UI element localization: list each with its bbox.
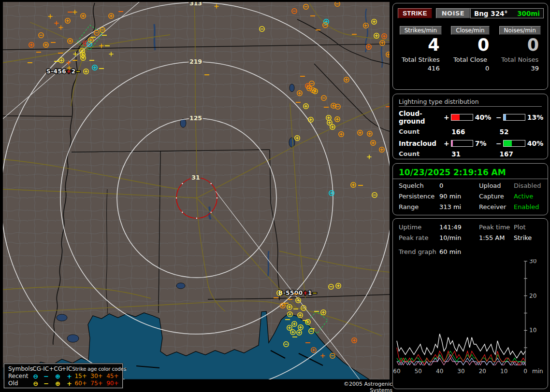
cell-label-S-456: S-456+2− — [46, 68, 81, 75]
rate-column: Close/min0Total Close0 — [446, 26, 495, 72]
total-value: 39 — [495, 65, 545, 72]
distribution-rows: Cloud-ground+40%−13%Count16652Intracloud… — [393, 110, 548, 158]
trend-ytick: 20 — [529, 293, 536, 299]
grid-cell: Range — [399, 203, 439, 210]
rate-value: 0 — [495, 35, 545, 55]
legend-col--IC: -IC — [41, 365, 49, 373]
grid-cell: Capture — [479, 193, 514, 200]
stats-box: STRIKE NOISE Bng 324° 300mi Strikes/min4… — [392, 3, 548, 90]
bearing-label: Bng 324° — [474, 10, 507, 17]
legend-glyph: − — [41, 380, 52, 387]
trend-ytick: 10 — [529, 327, 536, 334]
grid-cell: Receiver — [479, 203, 514, 210]
divider — [393, 179, 548, 179]
rate-value: 4 — [396, 35, 446, 55]
count-pos: 166 — [451, 128, 499, 136]
trend-xtick: 40 — [436, 368, 443, 375]
count-neg: 167 — [500, 150, 548, 158]
grid-cell: Peak time — [479, 224, 514, 231]
legend-glyph: − — [41, 373, 52, 380]
cell-label-B-5500: B-5500+1− — [278, 290, 318, 296]
distribution-count-row: Count16652 — [399, 128, 548, 136]
ring-label-219: 219 — [189, 58, 202, 65]
distribution-title: Lightning type distribution — [399, 98, 542, 107]
grid-cell: Peak rate — [399, 234, 439, 241]
legend-glyph: ⊕ — [52, 380, 64, 387]
rate-header-button[interactable]: Strikes/min — [400, 26, 442, 35]
dist-bar-pos — [451, 140, 473, 147]
grid-cell: Strike — [514, 234, 548, 241]
grid-cell: 0 — [439, 182, 479, 189]
legend-row-label: Old — [8, 380, 30, 387]
grid-cell: 313 mi — [439, 203, 479, 210]
rate-column: Noises/min0Total Noises39 — [495, 26, 545, 72]
legend-age-45+: 45+ — [106, 373, 122, 380]
legend-age-90+: 90+ — [106, 380, 122, 387]
grid-cell: Upload — [479, 182, 514, 189]
dist-pct-neg: 40% — [527, 140, 548, 147]
map-area[interactable]: 31125219313 S-456+2−B-5500+1− — [3, 2, 390, 379]
grid-cell: 1:55 AM — [479, 234, 514, 241]
dist-bar-neg — [503, 140, 525, 147]
dist-bar-neg — [503, 114, 525, 121]
legend-age-60+: 60+ — [74, 380, 90, 387]
dist-pct-pos: 40% — [475, 113, 495, 121]
rate-header-button[interactable]: Close/min — [451, 26, 489, 35]
total-label: Total Close — [446, 56, 495, 63]
minus-sign: − — [495, 140, 502, 147]
grid-cell: Enabled — [514, 203, 548, 210]
trend-xtick: 0 — [523, 368, 527, 375]
side-panel: STRIKE NOISE Bng 324° 300mi Strikes/min4… — [392, 0, 549, 392]
grid-cell: 90 min — [439, 193, 479, 200]
grid-cell: Plot — [514, 224, 548, 231]
dist-pct-neg: 13% — [527, 113, 548, 121]
dist-label: Cloud-ground — [399, 110, 443, 125]
trend-xtick: 60 — [393, 368, 400, 375]
noise-button[interactable]: NOISE — [436, 8, 470, 18]
dist-pct-pos: 7% — [475, 140, 495, 147]
trend-chart: 1020306050403020100min — [393, 259, 549, 389]
distribution-count-row: Count31167 — [399, 150, 548, 158]
bearing-readout: Bng 324° 300mi — [470, 8, 544, 18]
legend-glyph: + — [64, 373, 75, 380]
grid-cell: Persistence — [399, 193, 439, 200]
grid-cell: Uptime — [399, 224, 439, 231]
plus-sign: + — [443, 140, 449, 147]
trend-graph-label: Trend graph — [399, 248, 439, 255]
minus-sign: − — [495, 113, 502, 121]
copyright-text: ©2005 Astrogenic Systems — [320, 381, 392, 389]
count-label: Count — [399, 128, 451, 136]
legend-col-+CG: +CG — [49, 365, 61, 373]
trend-xlabel: min — [532, 368, 543, 375]
uptime-grid: Uptime141:49Peak timePlotPeak rate10/min… — [399, 224, 548, 241]
trend-xtick: 30 — [457, 368, 464, 375]
trend-series-total — [397, 334, 525, 358]
strike-button[interactable]: STRIKE — [398, 8, 432, 18]
legend-col-+IC: +IC — [61, 365, 72, 373]
legend-age-header: Strike age color codes — [72, 365, 126, 373]
ring-label-125: 125 — [189, 114, 202, 122]
legend-glyph: ⊕ — [52, 373, 64, 380]
datetime-readout: 10/23/2025 2:19:16 AM — [399, 168, 542, 177]
total-label: Total Strikes — [396, 56, 446, 63]
trend-series-ic_neg — [397, 351, 525, 362]
count-pos: 31 — [451, 150, 499, 158]
grid-cell: 141:49 — [439, 224, 479, 231]
app-window: 31125219313 S-456+2−B-5500+1− Symbols-CG… — [0, 0, 550, 392]
legend-row-label: Recent — [8, 373, 30, 380]
legend-age-30+: 30+ — [90, 373, 106, 380]
legend-symbols-header: Symbols — [8, 365, 30, 373]
grid-cell: Squelch — [399, 182, 439, 189]
trend-xtick: 20 — [479, 368, 486, 375]
trend-ytick: 30 — [529, 259, 536, 265]
rate-columns: Strikes/min4Total Strikes416Close/min0To… — [396, 26, 545, 72]
trend-graph-value: 60 min — [439, 248, 461, 255]
rate-value: 0 — [446, 35, 495, 55]
legend-col--CG: -CG — [30, 365, 41, 373]
rate-header-button[interactable]: Noises/min — [499, 26, 541, 35]
dist-bar-pos — [451, 114, 473, 121]
legend-age-75+: 75+ — [90, 380, 106, 387]
distribution-row: Cloud-ground+40%−13% — [399, 110, 548, 125]
plus-sign: + — [443, 113, 449, 121]
distribution-box: Lightning type distribution Cloud-ground… — [392, 94, 548, 159]
